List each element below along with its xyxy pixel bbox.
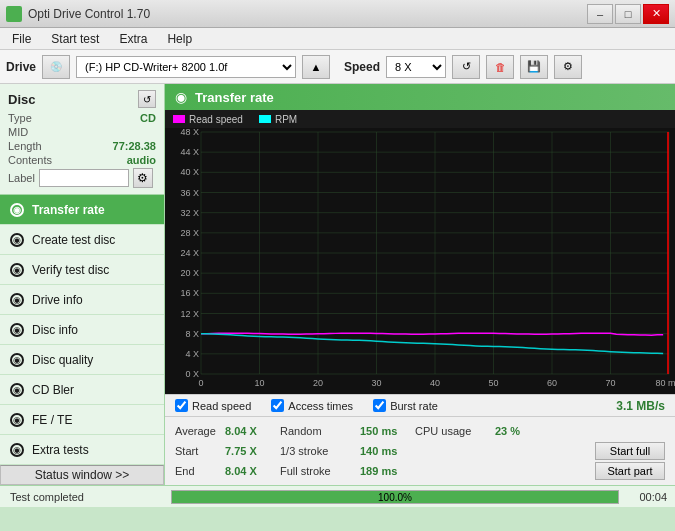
nav-icon-create-test-disc: ◉	[10, 233, 24, 247]
nav-label-transfer-rate: Transfer rate	[32, 203, 105, 217]
stat-random-value: 150 ms	[360, 425, 415, 437]
nav-item-disc-info[interactable]: ◉ Disc info	[0, 315, 164, 345]
legend-label-rpm: RPM	[275, 114, 297, 125]
legend-rpm: RPM	[259, 114, 297, 125]
stat-1-3-stroke-value: 140 ms	[360, 445, 415, 457]
nav-icon-cd-bler: ◉	[10, 383, 24, 397]
nav-icon-verify-test-disc: ◉	[10, 263, 24, 277]
drive-bar: Drive 💿 (F:) HP CD-Writer+ 8200 1.0f ▲ S…	[0, 50, 675, 84]
checkbox-access-times-input[interactable]	[271, 399, 284, 412]
nav-icon-drive-info: ◉	[10, 293, 24, 307]
drive-select[interactable]: (F:) HP CD-Writer+ 8200 1.0f	[76, 56, 296, 78]
nav-icon-disc-quality: ◉	[10, 353, 24, 367]
menu-extra[interactable]: Extra	[111, 30, 155, 48]
transfer-rate-chart	[165, 128, 675, 394]
nav-icon-disc-info: ◉	[10, 323, 24, 337]
stat-average-label: Average	[175, 425, 225, 437]
stats-area: Average 8.04 X Random 150 ms CPU usage 2…	[165, 416, 675, 485]
nav-label-extra-tests: Extra tests	[32, 443, 89, 457]
disc-label-input[interactable]	[39, 169, 129, 187]
disc-length-label: Length	[8, 140, 42, 152]
minimize-button[interactable]: –	[587, 4, 613, 24]
checkbox-access-times[interactable]: Access times	[271, 399, 353, 412]
maximize-button[interactable]: □	[615, 4, 641, 24]
checkbox-read-speed-input[interactable]	[175, 399, 188, 412]
save-button[interactable]: 💾	[520, 55, 548, 79]
nav-label-verify-test-disc: Verify test disc	[32, 263, 109, 277]
drive-label: Drive	[6, 60, 36, 74]
menu-help[interactable]: Help	[159, 30, 200, 48]
refresh-button[interactable]: ↺	[452, 55, 480, 79]
nav-items: ◉ Transfer rate ◉ Create test disc ◉ Ver…	[0, 195, 164, 465]
checkbox-burst-rate[interactable]: Burst rate	[373, 399, 438, 412]
disc-length-value: 77:28.38	[113, 140, 156, 152]
status-bar: Test completed 100.0% 00:04	[0, 485, 675, 507]
nav-label-drive-info: Drive info	[32, 293, 83, 307]
stats-row-end: End 8.04 X Full stroke 189 ms Start part	[175, 461, 665, 481]
stat-average-value: 8.04 X	[225, 425, 280, 437]
panel-header-title: Transfer rate	[195, 90, 274, 105]
start-part-button[interactable]: Start part	[595, 462, 665, 480]
legend-color-read-speed	[173, 115, 185, 123]
nav-item-verify-test-disc[interactable]: ◉ Verify test disc	[0, 255, 164, 285]
status-text: Test completed	[0, 491, 165, 503]
drive-eject-icon[interactable]: 💿	[42, 55, 70, 79]
nav-label-disc-info: Disc info	[32, 323, 78, 337]
stat-cpu-value: 23 %	[495, 425, 550, 437]
nav-label-create-test-disc: Create test disc	[32, 233, 115, 247]
menu-file[interactable]: File	[4, 30, 39, 48]
stat-random-label: Random	[280, 425, 360, 437]
stats-row-start: Start 7.75 X 1/3 stroke 140 ms Start ful…	[175, 441, 665, 461]
nav-item-fe-te[interactable]: ◉ FE / TE	[0, 405, 164, 435]
panel-header-icon: ◉	[175, 89, 187, 105]
sidebar: Disc ↺ Type CD MID Length 77:28.38 Conte…	[0, 84, 165, 485]
nav-label-disc-quality: Disc quality	[32, 353, 93, 367]
disc-type-label: Type	[8, 112, 32, 124]
stat-full-stroke-value: 189 ms	[360, 465, 415, 477]
nav-item-drive-info[interactable]: ◉ Drive info	[0, 285, 164, 315]
nav-item-cd-bler[interactable]: ◉ CD Bler	[0, 375, 164, 405]
stat-start-label: Start	[175, 445, 225, 457]
nav-item-disc-quality[interactable]: ◉ Disc quality	[0, 345, 164, 375]
chart-legend: Read speed RPM	[165, 110, 675, 128]
stats-row-average: Average 8.04 X Random 150 ms CPU usage 2…	[175, 421, 665, 441]
legend-read-speed: Read speed	[173, 114, 243, 125]
menu-bar: File Start test Extra Help	[0, 28, 675, 50]
burst-rate-value: 3.1 MB/s	[616, 399, 665, 413]
close-button[interactable]: ✕	[643, 4, 669, 24]
drive-action-button[interactable]: ▲	[302, 55, 330, 79]
status-window-button[interactable]: Status window >>	[0, 465, 164, 485]
stat-full-stroke-label: Full stroke	[280, 465, 360, 477]
speed-label: Speed	[344, 60, 380, 74]
disc-type-value: CD	[140, 112, 156, 124]
checkboxes-row: Read speed Access times Burst rate 3.1 M…	[165, 394, 675, 416]
disc-section: Disc ↺ Type CD MID Length 77:28.38 Conte…	[0, 84, 164, 195]
start-full-button[interactable]: Start full	[595, 442, 665, 460]
disc-header-label: Disc	[8, 92, 35, 107]
nav-label-fe-te: FE / TE	[32, 413, 72, 427]
disc-refresh-icon[interactable]: ↺	[138, 90, 156, 108]
right-panel: ◉ Transfer rate Read speed RPM Read spee…	[165, 84, 675, 485]
erase-button[interactable]: 🗑	[486, 55, 514, 79]
nav-item-extra-tests[interactable]: ◉ Extra tests	[0, 435, 164, 465]
progress-text: 100.0%	[172, 491, 618, 505]
disc-mid-label: MID	[8, 126, 28, 138]
legend-label-read-speed: Read speed	[189, 114, 243, 125]
checkbox-burst-rate-input[interactable]	[373, 399, 386, 412]
stat-end-label: End	[175, 465, 225, 477]
label-gear-button[interactable]: ⚙	[133, 168, 153, 188]
settings-button[interactable]: ⚙	[554, 55, 582, 79]
stat-end-value: 8.04 X	[225, 465, 280, 477]
app-title: Opti Drive Control 1.70	[28, 7, 150, 21]
nav-icon-extra-tests: ◉	[10, 443, 24, 457]
speed-select[interactable]: 8 X Max 1 X 2 X 4 X 16 X 32 X 48 X	[386, 56, 446, 78]
nav-item-transfer-rate[interactable]: ◉ Transfer rate	[0, 195, 164, 225]
stat-cpu-label: CPU usage	[415, 425, 495, 437]
progress-container: 100.0%	[171, 490, 619, 504]
menu-start-test[interactable]: Start test	[43, 30, 107, 48]
disc-contents-label: Contents	[8, 154, 52, 166]
checkbox-read-speed[interactable]: Read speed	[175, 399, 251, 412]
nav-item-create-test-disc[interactable]: ◉ Create test disc	[0, 225, 164, 255]
panel-header: ◉ Transfer rate	[165, 84, 675, 110]
stat-start-value: 7.75 X	[225, 445, 280, 457]
